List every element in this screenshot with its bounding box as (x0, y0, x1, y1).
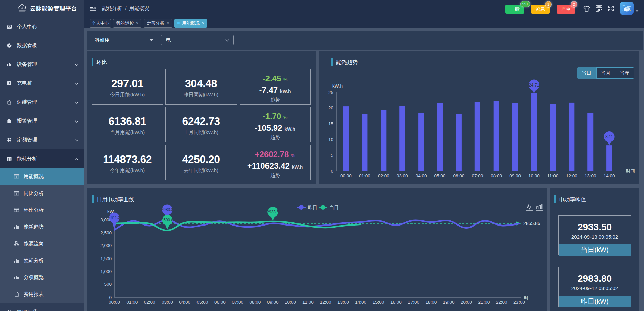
svg-text:1,000: 1,000 (100, 269, 112, 274)
svg-text:13:00: 13:00 (337, 300, 349, 305)
svg-text:07:00: 07:00 (232, 300, 243, 305)
svg-text:23:00: 23:00 (513, 300, 525, 305)
svg-text:2933.5: 2933.5 (266, 210, 279, 214)
svg-text:05:00: 05:00 (434, 173, 446, 178)
svg-text:20:00: 20:00 (461, 300, 472, 305)
svg-text:14:00: 14:00 (355, 300, 366, 305)
svg-text:时间: 时间 (626, 169, 635, 174)
svg-text:11:00: 11:00 (302, 300, 314, 305)
svg-text:05:00: 05:00 (197, 300, 208, 305)
svg-text:2855.86: 2855.86 (523, 221, 540, 226)
svg-text:12:00: 12:00 (566, 173, 577, 178)
svg-text:10:00: 10:00 (285, 300, 296, 305)
svg-text:02:00: 02:00 (378, 173, 389, 178)
svg-text:16:00: 16:00 (390, 300, 402, 305)
svg-text:0: 0 (331, 169, 333, 174)
svg-text:2611.2: 2611.2 (108, 215, 120, 220)
svg-text:03:00: 03:00 (162, 300, 173, 305)
svg-text:01:00: 01:00 (359, 173, 370, 178)
svg-text:2,000: 2,000 (100, 243, 112, 248)
svg-text:07:00: 07:00 (472, 173, 483, 178)
svg-text:24.71: 24.71 (529, 83, 539, 88)
svg-text:08:00: 08:00 (250, 300, 261, 305)
svg-text:09:00: 09:00 (509, 173, 521, 178)
svg-text:8.11: 8.11 (605, 134, 613, 139)
svg-text:当日: 当日 (329, 205, 339, 210)
svg-text:06:00: 06:00 (453, 173, 465, 178)
svg-text:15:00: 15:00 (373, 300, 384, 305)
svg-text:2590.8: 2590.8 (161, 218, 174, 222)
svg-text:17:00: 17:00 (408, 300, 419, 305)
svg-text:04:00: 04:00 (179, 300, 190, 305)
svg-text:18:00: 18:00 (426, 300, 437, 305)
svg-text:5: 5 (331, 153, 333, 158)
svg-text:03:00: 03:00 (397, 173, 408, 178)
svg-text:00:00: 00:00 (109, 300, 120, 305)
svg-text:20: 20 (328, 105, 333, 110)
svg-text:500: 500 (104, 282, 112, 287)
svg-text:04:00: 04:00 (416, 173, 427, 178)
svg-text:0: 0 (109, 295, 112, 300)
svg-text:时: 时 (524, 295, 529, 300)
svg-text:kW.h: kW.h (332, 83, 343, 89)
svg-text:2983.8: 2983.8 (161, 207, 174, 212)
svg-text:19:00: 19:00 (443, 300, 455, 305)
svg-text:13:00: 13:00 (585, 173, 596, 178)
svg-text:02:00: 02:00 (144, 300, 155, 305)
svg-text:08:00: 08:00 (491, 173, 502, 178)
svg-text:11:00: 11:00 (547, 173, 559, 178)
svg-text:10:00: 10:00 (528, 173, 540, 178)
svg-text:1,500: 1,500 (100, 256, 112, 261)
svg-text:12:00: 12:00 (320, 300, 331, 305)
svg-text:00:00: 00:00 (340, 173, 352, 178)
svg-text:10: 10 (328, 137, 333, 142)
svg-text:14:00: 14:00 (604, 173, 615, 178)
svg-text:06:00: 06:00 (214, 300, 226, 305)
svg-text:15: 15 (328, 121, 333, 126)
svg-text:01:00: 01:00 (126, 300, 138, 305)
svg-text:21:00: 21:00 (478, 300, 490, 305)
svg-text:22:00: 22:00 (496, 300, 507, 305)
svg-text:2,500: 2,500 (100, 230, 112, 235)
svg-text:25: 25 (328, 90, 333, 95)
svg-text:昨日: 昨日 (308, 205, 317, 210)
svg-text:09:00: 09:00 (267, 300, 279, 305)
